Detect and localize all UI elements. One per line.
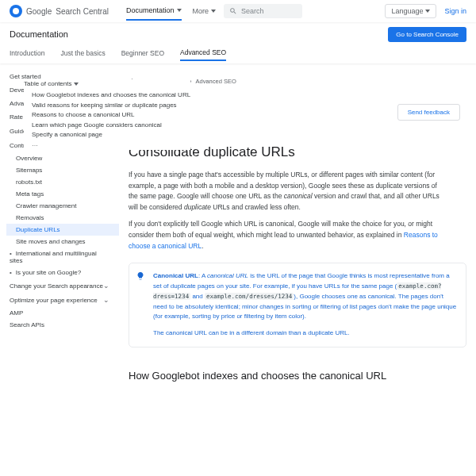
search-icon	[229, 7, 237, 15]
sidebar-item[interactable]: Search APIs	[0, 319, 119, 331]
sidebar-item[interactable]: robots.txt	[6, 176, 119, 188]
top-nav: Documentation More	[126, 6, 216, 16]
sidebar-item[interactable]: Sitemaps	[6, 164, 119, 176]
sidebar-item[interactable]: Crawler management	[6, 200, 119, 212]
intro-para-1: If you have a single page that's accessi…	[119, 167, 476, 216]
tab-introduction[interactable]: Introduction	[10, 49, 44, 60]
language-selector[interactable]: Language	[385, 4, 436, 18]
chevron-down-icon	[177, 9, 182, 12]
cta-search-console[interactable]: Go to Search Console	[388, 27, 466, 42]
table-of-contents: Table of contents How Googlebot indexes …	[24, 79, 190, 150]
sidebar-item-optimize[interactable]: Optimize your page experience⌄	[0, 293, 119, 307]
signin-link[interactable]: Sign in	[444, 7, 466, 15]
page-product-title: Documentation	[10, 29, 68, 39]
site-logo[interactable]: Google Search Central	[10, 5, 109, 17]
subheader: Documentation Go to Search Console	[0, 22, 476, 46]
toc-item[interactable]: Valid reasons for keeping similar or dup…	[24, 101, 190, 110]
bot-icon	[10, 5, 22, 17]
sidebar-item-duplicate-urls[interactable]: Duplicate URLs	[6, 224, 119, 236]
nav-documentation-label: Documentation	[126, 6, 175, 14]
nav-more-label: More	[193, 7, 209, 15]
toc-item[interactable]: Reasons to choose a canonical URL	[24, 110, 190, 120]
header: Google Search Central Documentation More…	[0, 0, 476, 22]
chevron-down-icon: ⌄	[103, 282, 109, 290]
lightbulb-icon	[136, 271, 145, 281]
toc-item[interactable]: Specify a canonical page	[24, 130, 190, 140]
send-feedback-button[interactable]: Send feedback	[397, 104, 460, 121]
sidebar-item[interactable]: Is your site on Google?	[0, 267, 119, 278]
chevron-down-icon	[425, 10, 430, 13]
section-heading: How Googlebot indexes and chooses the ca…	[119, 359, 476, 386]
nav-documentation[interactable]: Documentation	[126, 6, 182, 21]
sidebar-item[interactable]: AMP	[0, 307, 119, 319]
toc-heading[interactable]: Table of contents	[24, 79, 190, 89]
callout-body: Canonical URL: A canonical URL is the UR…	[153, 271, 458, 322]
language-label: Language	[391, 7, 423, 15]
chevron-down-icon	[74, 83, 79, 86]
sidebar-item[interactable]: Site moves and changes	[6, 236, 119, 248]
intro-para-2: If you don't explicitly tell Google whic…	[119, 216, 476, 255]
sidebar-item-appearance[interactable]: Change your Search appearance⌄	[0, 278, 119, 293]
doc-tabs: Introduction Just the basics Beginner SE…	[0, 46, 476, 63]
tab-beginner[interactable]: Beginner SEO	[121, 49, 164, 60]
callout-line2: The canonical URL can be in a different …	[153, 328, 458, 339]
toc-item[interactable]: How Googlebot indexes and chooses the ca…	[24, 90, 190, 100]
tab-basics[interactable]: Just the basics	[60, 49, 105, 60]
canonical-callout: Canonical URL: A canonical URL is the UR…	[129, 263, 466, 347]
sidebar-item[interactable]: Removals	[6, 212, 119, 224]
nav-more[interactable]: More	[193, 6, 217, 16]
breadcrumb-item[interactable]: Advanced SEO	[195, 78, 236, 85]
tab-advanced[interactable]: Advanced SEO	[180, 48, 226, 61]
chevron-down-icon: ⌄	[103, 296, 109, 304]
search-input[interactable]: Search	[224, 4, 302, 18]
search-placeholder: Search	[241, 7, 264, 15]
logo-google: Google	[26, 7, 52, 16]
toc-item-more[interactable]: …	[24, 140, 190, 149]
code-url-2: example.com/dresses/1234	[205, 293, 294, 300]
logo-product: Search Central	[56, 7, 109, 16]
toc-item[interactable]: Learn which page Google considers canoni…	[24, 121, 190, 130]
sidebar-item[interactable]: International and multilingual sites	[0, 248, 119, 267]
sidebar-item[interactable]: Overview	[6, 152, 119, 164]
sidebar-item[interactable]: Meta tags	[6, 188, 119, 200]
chevron-down-icon	[211, 10, 216, 13]
